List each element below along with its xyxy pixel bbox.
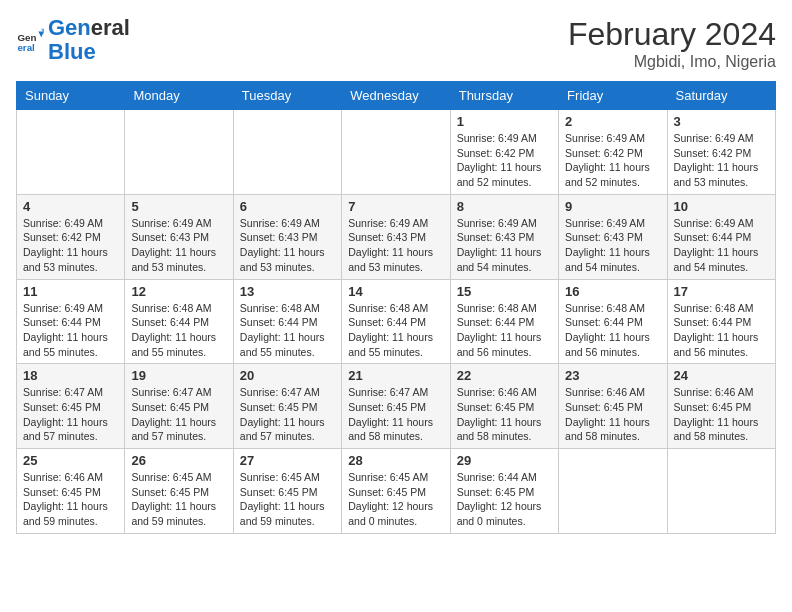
day-info: Sunrise: 6:48 AMSunset: 6:44 PMDaylight:… [131,301,226,360]
calendar-cell: 10Sunrise: 6:49 AMSunset: 6:44 PMDayligh… [667,194,775,279]
calendar-cell: 24Sunrise: 6:46 AMSunset: 6:45 PMDayligh… [667,364,775,449]
calendar-cell: 21Sunrise: 6:47 AMSunset: 6:45 PMDayligh… [342,364,450,449]
day-info: Sunrise: 6:48 AMSunset: 6:44 PMDaylight:… [674,301,769,360]
calendar-table: SundayMondayTuesdayWednesdayThursdayFrid… [16,81,776,534]
day-number: 19 [131,368,226,383]
day-number: 10 [674,199,769,214]
day-info: Sunrise: 6:47 AMSunset: 6:45 PMDaylight:… [240,385,335,444]
day-number: 25 [23,453,118,468]
header-day-friday: Friday [559,82,667,110]
logo-text: GeneralBlue [48,16,130,64]
calendar-cell: 26Sunrise: 6:45 AMSunset: 6:45 PMDayligh… [125,449,233,534]
day-number: 27 [240,453,335,468]
day-info: Sunrise: 6:46 AMSunset: 6:45 PMDaylight:… [674,385,769,444]
location: Mgbidi, Imo, Nigeria [568,53,776,71]
day-number: 4 [23,199,118,214]
calendar-cell: 16Sunrise: 6:48 AMSunset: 6:44 PMDayligh… [559,279,667,364]
calendar-cell: 11Sunrise: 6:49 AMSunset: 6:44 PMDayligh… [17,279,125,364]
header-day-saturday: Saturday [667,82,775,110]
day-info: Sunrise: 6:45 AMSunset: 6:45 PMDaylight:… [131,470,226,529]
day-number: 5 [131,199,226,214]
calendar-cell: 23Sunrise: 6:46 AMSunset: 6:45 PMDayligh… [559,364,667,449]
day-number: 20 [240,368,335,383]
calendar-cell: 5Sunrise: 6:49 AMSunset: 6:43 PMDaylight… [125,194,233,279]
header-day-wednesday: Wednesday [342,82,450,110]
day-info: Sunrise: 6:49 AMSunset: 6:43 PMDaylight:… [565,216,660,275]
header-day-sunday: Sunday [17,82,125,110]
day-info: Sunrise: 6:49 AMSunset: 6:44 PMDaylight:… [674,216,769,275]
svg-text:eral: eral [17,42,35,53]
day-info: Sunrise: 6:49 AMSunset: 6:44 PMDaylight:… [23,301,118,360]
day-info: Sunrise: 6:46 AMSunset: 6:45 PMDaylight:… [23,470,118,529]
day-info: Sunrise: 6:49 AMSunset: 6:42 PMDaylight:… [457,131,552,190]
calendar-cell: 14Sunrise: 6:48 AMSunset: 6:44 PMDayligh… [342,279,450,364]
calendar-cell: 22Sunrise: 6:46 AMSunset: 6:45 PMDayligh… [450,364,558,449]
day-number: 26 [131,453,226,468]
day-info: Sunrise: 6:46 AMSunset: 6:45 PMDaylight:… [457,385,552,444]
day-info: Sunrise: 6:49 AMSunset: 6:43 PMDaylight:… [131,216,226,275]
day-number: 23 [565,368,660,383]
day-number: 9 [565,199,660,214]
calendar-cell [125,110,233,195]
calendar-cell: 6Sunrise: 6:49 AMSunset: 6:43 PMDaylight… [233,194,341,279]
page-header: Gen eral GeneralBlue February 2024 Mgbid… [16,16,776,71]
day-info: Sunrise: 6:47 AMSunset: 6:45 PMDaylight:… [348,385,443,444]
day-info: Sunrise: 6:47 AMSunset: 6:45 PMDaylight:… [23,385,118,444]
day-number: 21 [348,368,443,383]
calendar-week-4: 18Sunrise: 6:47 AMSunset: 6:45 PMDayligh… [17,364,776,449]
month-title: February 2024 [568,16,776,53]
day-number: 11 [23,284,118,299]
day-info: Sunrise: 6:48 AMSunset: 6:44 PMDaylight:… [240,301,335,360]
day-info: Sunrise: 6:49 AMSunset: 6:43 PMDaylight:… [348,216,443,275]
calendar-cell: 20Sunrise: 6:47 AMSunset: 6:45 PMDayligh… [233,364,341,449]
calendar-week-5: 25Sunrise: 6:46 AMSunset: 6:45 PMDayligh… [17,449,776,534]
day-number: 28 [348,453,443,468]
day-number: 1 [457,114,552,129]
calendar-cell: 13Sunrise: 6:48 AMSunset: 6:44 PMDayligh… [233,279,341,364]
logo-icon: Gen eral [16,26,44,54]
day-info: Sunrise: 6:49 AMSunset: 6:42 PMDaylight:… [565,131,660,190]
calendar-week-1: 1Sunrise: 6:49 AMSunset: 6:42 PMDaylight… [17,110,776,195]
calendar-cell [342,110,450,195]
header-day-tuesday: Tuesday [233,82,341,110]
day-number: 2 [565,114,660,129]
calendar-cell: 7Sunrise: 6:49 AMSunset: 6:43 PMDaylight… [342,194,450,279]
day-number: 17 [674,284,769,299]
calendar-cell: 29Sunrise: 6:44 AMSunset: 6:45 PMDayligh… [450,449,558,534]
day-info: Sunrise: 6:44 AMSunset: 6:45 PMDaylight:… [457,470,552,529]
calendar-week-2: 4Sunrise: 6:49 AMSunset: 6:42 PMDaylight… [17,194,776,279]
calendar-cell: 3Sunrise: 6:49 AMSunset: 6:42 PMDaylight… [667,110,775,195]
day-info: Sunrise: 6:49 AMSunset: 6:43 PMDaylight:… [240,216,335,275]
calendar-cell: 17Sunrise: 6:48 AMSunset: 6:44 PMDayligh… [667,279,775,364]
calendar-cell: 28Sunrise: 6:45 AMSunset: 6:45 PMDayligh… [342,449,450,534]
day-number: 3 [674,114,769,129]
calendar-cell: 18Sunrise: 6:47 AMSunset: 6:45 PMDayligh… [17,364,125,449]
calendar-cell [559,449,667,534]
calendar-cell: 4Sunrise: 6:49 AMSunset: 6:42 PMDaylight… [17,194,125,279]
day-info: Sunrise: 6:48 AMSunset: 6:44 PMDaylight:… [457,301,552,360]
logo: Gen eral GeneralBlue [16,16,130,64]
day-number: 24 [674,368,769,383]
calendar-cell: 27Sunrise: 6:45 AMSunset: 6:45 PMDayligh… [233,449,341,534]
day-number: 15 [457,284,552,299]
calendar-cell [667,449,775,534]
day-number: 29 [457,453,552,468]
calendar-cell: 2Sunrise: 6:49 AMSunset: 6:42 PMDaylight… [559,110,667,195]
header-row: SundayMondayTuesdayWednesdayThursdayFrid… [17,82,776,110]
day-number: 8 [457,199,552,214]
day-info: Sunrise: 6:48 AMSunset: 6:44 PMDaylight:… [565,301,660,360]
calendar-cell: 9Sunrise: 6:49 AMSunset: 6:43 PMDaylight… [559,194,667,279]
day-info: Sunrise: 6:49 AMSunset: 6:42 PMDaylight:… [23,216,118,275]
title-block: February 2024 Mgbidi, Imo, Nigeria [568,16,776,71]
calendar-body: 1Sunrise: 6:49 AMSunset: 6:42 PMDaylight… [17,110,776,534]
day-number: 7 [348,199,443,214]
header-day-monday: Monday [125,82,233,110]
day-number: 12 [131,284,226,299]
calendar-week-3: 11Sunrise: 6:49 AMSunset: 6:44 PMDayligh… [17,279,776,364]
day-info: Sunrise: 6:49 AMSunset: 6:42 PMDaylight:… [674,131,769,190]
day-info: Sunrise: 6:47 AMSunset: 6:45 PMDaylight:… [131,385,226,444]
calendar-cell: 12Sunrise: 6:48 AMSunset: 6:44 PMDayligh… [125,279,233,364]
calendar-cell: 19Sunrise: 6:47 AMSunset: 6:45 PMDayligh… [125,364,233,449]
calendar-cell: 25Sunrise: 6:46 AMSunset: 6:45 PMDayligh… [17,449,125,534]
day-number: 16 [565,284,660,299]
